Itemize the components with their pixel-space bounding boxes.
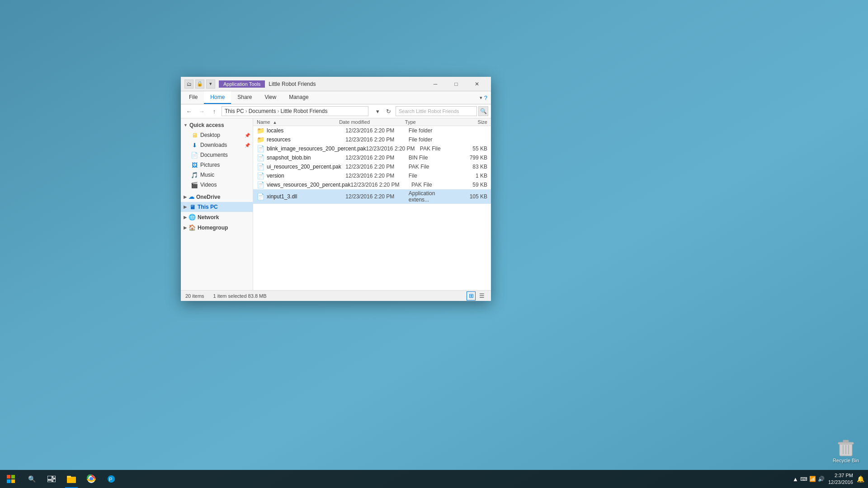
qs-btn-1[interactable]: 🗂 [184,80,193,89]
documents-icon: 📄 [191,151,198,159]
selected-info: 1 item selected 83.8 MB [213,293,267,299]
file-name: views_resources_200_percent.pak [267,182,350,188]
chevron-up-icon[interactable]: ▲ [793,476,798,483]
sidebar-item-videos[interactable]: 🎬 Videos [181,180,253,190]
taskbar-clock[interactable]: 2:37 PM 12/23/2016 [828,472,853,486]
window-controls: ─ □ ✕ [425,77,487,91]
sidebar-section-thispc[interactable]: ▶ 🖥 This PC [181,202,253,212]
back-button[interactable]: ← [184,106,194,117]
file-size: 55 KB [460,145,487,152]
system-tray-icons: ▲ ⌨ 📶 🔊 [793,476,825,483]
refresh-button[interactable]: ↻ [383,106,394,117]
view-controls: ⊞ ☰ [467,291,486,300]
qs-btn-2[interactable]: 🔒 [195,80,204,89]
keyboard-icon: ⌨ [800,476,807,482]
chevron-icon: ▼ [184,123,188,127]
svg-rect-6 [7,475,10,479]
close-button[interactable]: ✕ [467,77,487,91]
pak-icon: 📄 [257,181,264,188]
forward-button[interactable]: → [196,106,207,117]
network-icon: 🌐 [189,214,196,221]
sidebar-section-onedrive[interactable]: ▶ ☁ OneDrive [181,192,253,202]
onedrive-label: OneDrive [196,194,220,200]
search-box[interactable]: Search Little Robot Friends [396,106,477,116]
clock-time: 2:37 PM [828,472,853,479]
taskbar: 🔍 [0,470,868,488]
file-list-header: Name ▲ Date modified Type Size [253,118,491,126]
tab-manage[interactable]: Manage [283,91,315,104]
file-name: resources [267,136,345,143]
file-date: 12/23/2016 2:20 PM [350,182,411,188]
sidebar-item-music[interactable]: 🎵 Music [181,170,253,180]
table-row[interactable]: 📄 xinput1_3.dll 12/23/2016 2:20 PM Appli… [253,189,491,204]
col-header-date[interactable]: Date modified [339,119,405,125]
pin-icon-desktop: 📌 [245,133,250,138]
file-size: 83 KB [456,164,487,170]
pin-icon-downloads: 📌 [245,143,250,148]
table-row[interactable]: 📁 locales 12/23/2016 2:20 PM File folder [253,126,491,135]
svg-rect-8 [7,479,10,483]
svg-rect-12 [53,479,56,482]
address-path[interactable]: This PC › Documents › Little Robot Frien… [222,106,368,116]
homegroup-label: Homegroup [198,225,228,231]
path-documents[interactable]: Documents [249,108,276,114]
path-thispc[interactable]: This PC [225,108,244,114]
network-tray-icon[interactable]: 📶 [809,476,816,482]
taskbar-app-explorer[interactable] [61,470,81,488]
sidebar-section-quick-access[interactable]: ▼ Quick access [181,120,253,130]
taskbar-app-chrome[interactable] [81,470,101,488]
minimize-button[interactable]: ─ [425,77,446,91]
ribbon-collapse[interactable]: ▾ ? [480,91,489,104]
address-dropdown[interactable]: ▾ [372,106,383,117]
start-button[interactable] [0,470,22,488]
maximize-button[interactable]: □ [446,77,467,91]
tab-home[interactable]: Home [204,91,231,104]
file-type: PAK File [409,164,456,170]
table-row[interactable]: 📁 resources 12/23/2016 2:20 PM File fold… [253,135,491,144]
tab-share[interactable]: Share [231,91,258,104]
qs-btn-3[interactable]: ▾ [206,80,215,89]
up-button[interactable]: ↑ [209,106,220,117]
col-header-type[interactable]: Type [405,119,454,125]
recycle-bin-icon[interactable]: Recycle Bin [833,437,859,463]
volume-icon[interactable]: 🔊 [818,476,825,482]
file-type: File [409,173,456,179]
search-placeholder: Search Little Robot Friends [399,108,459,114]
file-size: 105 KB [456,193,487,200]
tab-view[interactable]: View [258,91,283,104]
tab-file[interactable]: File [183,91,204,104]
path-current[interactable]: Little Robot Friends [280,108,327,114]
table-row[interactable]: 📄 version 12/23/2016 2:20 PM File 1 KB [253,171,491,180]
search-button[interactable]: 🔍 [478,106,488,116]
quick-access-label: Quick access [189,122,224,128]
list-view-button[interactable]: ☰ [477,291,486,300]
ribbon: File Home Share View Manage ▾ ? [181,91,491,104]
col-header-name[interactable]: Name ▲ [257,119,339,125]
table-row[interactable]: 📄 views_resources_200_percent.pak 12/23/… [253,180,491,189]
sidebar-item-desktop[interactable]: 🖥 Desktop 📌 [181,130,253,140]
details-view-button[interactable]: ⊞ [467,291,476,300]
dll-icon: 📄 [257,193,264,200]
file-type: File folder [409,127,456,134]
taskbar-search-button[interactable]: 🔍 [22,470,42,488]
file-name: version [267,173,345,179]
pak-icon: 📄 [257,145,264,152]
sidebar-section-homegroup[interactable]: ▶ 🏠 Homegroup [181,222,253,233]
file-date: 12/23/2016 2:20 PM [345,193,408,200]
table-row[interactable]: 📄 blink_image_resources_200_percent.pak … [253,144,491,153]
sidebar-item-downloads[interactable]: ⬇ Downloads 📌 [181,140,253,150]
table-row[interactable]: 📄 snapshot_blob.bin 12/23/2016 2:20 PM B… [253,153,491,162]
folder-icon: 📁 [257,127,264,134]
sidebar-item-pictures[interactable]: 🖼 Pictures [181,160,253,170]
sidebar-item-documents[interactable]: 📄 Documents [181,150,253,160]
table-row[interactable]: 📄 ui_resources_200_percent.pak 12/23/201… [253,162,491,171]
task-view-button[interactable] [42,470,61,488]
sidebar-section-network[interactable]: ▶ 🌐 Network [181,212,253,222]
col-header-size[interactable]: Size [454,119,487,125]
notification-icon[interactable]: 🔔 [857,475,864,483]
taskbar-app-other[interactable]: P [101,470,121,488]
downloads-icon: ⬇ [191,141,198,149]
window-title: Little Robot Friends [265,81,425,87]
svg-rect-9 [11,479,15,483]
file-name: snapshot_blob.bin [267,155,345,161]
